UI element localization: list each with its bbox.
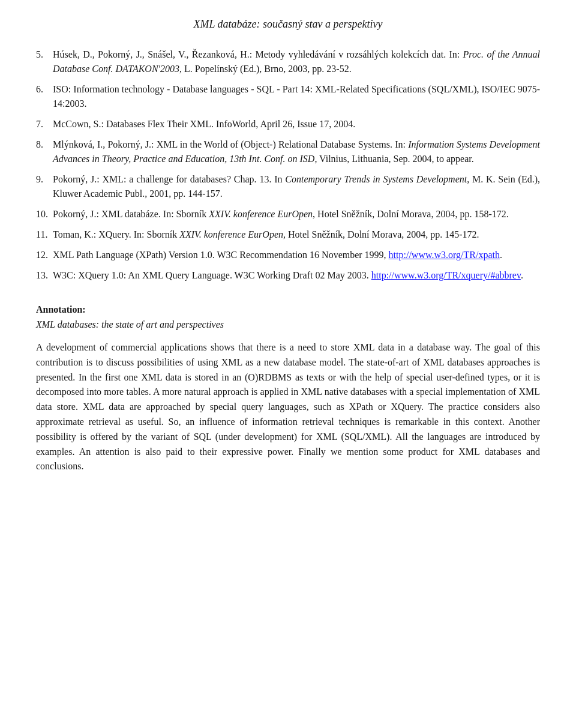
ref-number: 7. [36, 117, 53, 131]
ref-number: 6. [36, 82, 53, 97]
annotation-section: Annotation: XML databases: the state of … [36, 304, 540, 474]
xpath-link[interactable]: http://www.w3.org/TR/xpath [389, 250, 500, 260]
ref-number: 5. [36, 47, 53, 62]
ref-number: 13. [36, 268, 53, 283]
annotation-label: Annotation: [36, 304, 540, 315]
list-item: 7. McCown, S.: Databases Flex Their XML.… [36, 117, 540, 131]
ref-content: Pokorný, J.: XML: a challenge for databa… [53, 172, 540, 201]
ref-content: Toman, K.: XQuery. In: Sborník XXIV. kon… [53, 227, 540, 242]
ref-content: Pokorný, J.: XML databáze. In: Sborník X… [53, 207, 540, 221]
page-title: XML databáze: současný stav a perspektiv… [36, 18, 540, 31]
ref-number: 12. [36, 248, 53, 262]
ref-number: 9. [36, 172, 53, 187]
ref-content: Húsek, D., Pokorný, J., Snášel, V., Řeza… [53, 47, 540, 76]
ref-content: McCown, S.: Databases Flex Their XML. In… [53, 117, 540, 131]
ref-content: ISO: Information technology - Database l… [53, 82, 540, 111]
ref-content: XML Path Language (XPath) Version 1.0. W… [53, 248, 540, 262]
ref-number: 10. [36, 207, 53, 221]
list-item: 13. W3C: XQuery 1.0: An XML Query Langua… [36, 268, 540, 283]
list-item: 9. Pokorný, J.: XML: a challenge for dat… [36, 172, 540, 201]
annotation-subtitle: XML databases: the state of art and pers… [36, 317, 540, 332]
list-item: 5. Húsek, D., Pokorný, J., Snášel, V., Ř… [36, 47, 540, 76]
xquery-link[interactable]: http://www.w3.org/TR/xquery/#abbrev [371, 270, 521, 280]
ref-number: 8. [36, 137, 53, 152]
references-list: 5. Húsek, D., Pokorný, J., Snášel, V., Ř… [36, 47, 540, 283]
list-item: 8. Mlýnková, I., Pokorný, J.: XML in the… [36, 137, 540, 166]
annotation-body: A development of commercial applications… [36, 340, 540, 474]
ref-content: W3C: XQuery 1.0: An XML Query Language. … [53, 268, 540, 283]
ref-content: Mlýnková, I., Pokorný, J.: XML in the Wo… [53, 137, 540, 166]
list-item: 6. ISO: Information technology - Databas… [36, 82, 540, 111]
list-item: 11. Toman, K.: XQuery. In: Sborník XXIV.… [36, 227, 540, 242]
list-item: 10. Pokorný, J.: XML databáze. In: Sborn… [36, 207, 540, 221]
list-item: 12. XML Path Language (XPath) Version 1.… [36, 248, 540, 262]
ref-number: 11. [36, 227, 53, 242]
